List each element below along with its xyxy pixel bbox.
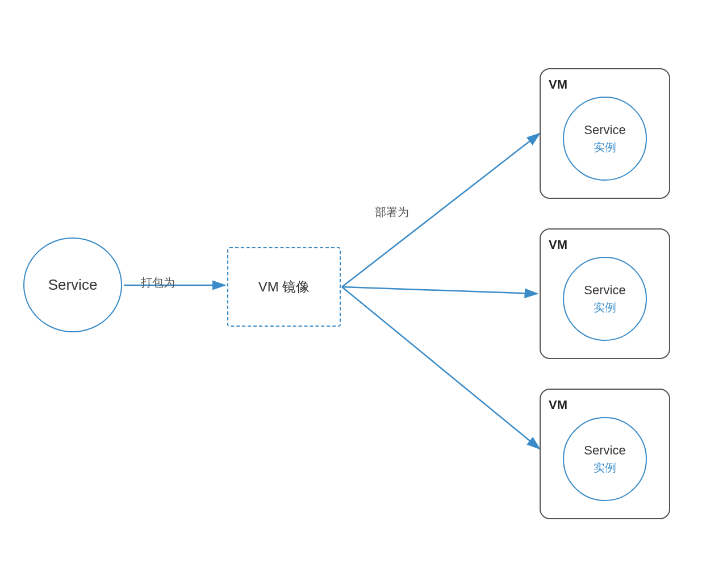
label-package: 打包为: [141, 275, 175, 290]
service-circle: Service: [23, 237, 122, 332]
vm-box-2-title: VM: [549, 237, 567, 252]
arrow-vmimage-to-vm2: [342, 287, 537, 294]
diagram-container: Service 打包为 VM 镜像 部署为 VM Service 实例 VM S…: [0, 0, 727, 588]
vm-box-1-inner-instance: 实例: [594, 140, 616, 155]
vm-image-label: VM 镜像: [258, 278, 310, 296]
vm-box-3: VM Service 实例: [540, 389, 670, 519]
label-deploy: 部署为: [375, 205, 409, 220]
arrow-vmimage-to-vm1: [342, 134, 540, 287]
vm-box-2-inner-instance: 实例: [594, 300, 616, 315]
vm-box-2: VM Service 实例: [540, 228, 670, 359]
vm-box-3-inner-service: Service: [584, 443, 625, 458]
vm-box-2-inner-service: Service: [584, 283, 625, 298]
vm-box-1-title: VM: [549, 77, 567, 92]
vm-box-1-inner-service: Service: [584, 123, 625, 137]
service-circle-label: Service: [48, 276, 98, 294]
vm-box-3-inner-circle: Service 实例: [563, 417, 647, 501]
vm-image-box: VM 镜像: [227, 247, 341, 327]
vm-box-3-inner-instance: 实例: [594, 460, 616, 476]
vm-box-1-inner-circle: Service 实例: [563, 97, 647, 181]
vm-box-3-title: VM: [549, 398, 567, 412]
vm-box-2-inner-circle: Service 实例: [563, 257, 647, 341]
vm-box-1: VM Service 实例: [540, 68, 670, 199]
arrow-vmimage-to-vm3: [342, 287, 540, 449]
